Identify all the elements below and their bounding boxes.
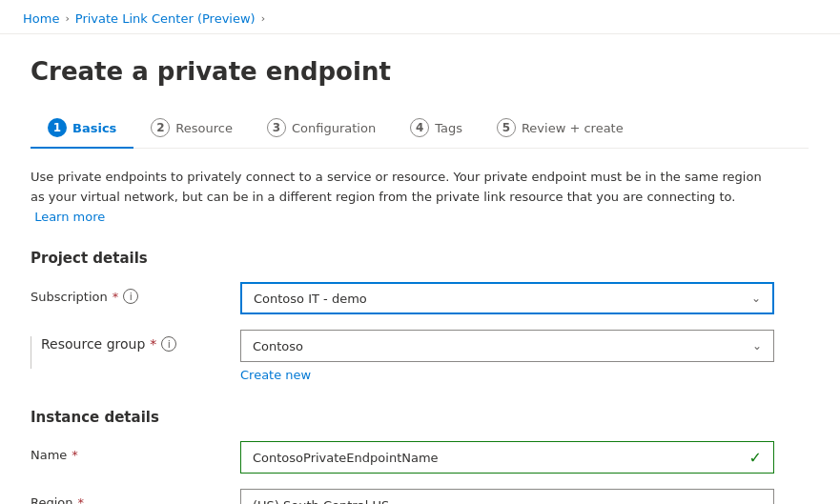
subscription-chevron-icon: ⌄ — [751, 292, 761, 305]
tab-basics-label: Basics — [72, 121, 116, 135]
name-label: Name — [31, 448, 67, 462]
region-field-col: (US) South Central US ⌄ — [240, 489, 774, 504]
region-dropdown[interactable]: (US) South Central US ⌄ — [240, 489, 774, 504]
tab-tags[interactable]: 4 Tags — [393, 109, 480, 149]
breadcrumb-home[interactable]: Home — [23, 11, 59, 26]
resource-group-field-col: Contoso ⌄ Create new — [240, 330, 774, 382]
breadcrumb: Home › Private Link Center (Preview) › — [0, 0, 840, 34]
name-field-col: ContosoPrivateEndpointName ✓ — [240, 441, 774, 474]
subscription-info-icon[interactable]: i — [123, 289, 138, 304]
learn-more-link[interactable]: Learn more — [34, 210, 105, 224]
tab-resource-label: Resource — [175, 121, 233, 135]
project-details-section: Project details Subscription * i Contoso… — [31, 250, 809, 382]
name-input[interactable]: ContosoPrivateEndpointName ✓ — [240, 441, 774, 474]
project-details-title: Project details — [31, 250, 809, 267]
instance-details-section: Instance details Name * ContosoPrivateEn… — [31, 409, 809, 504]
breadcrumb-private-link-center[interactable]: Private Link Center (Preview) — [75, 11, 256, 26]
name-row: Name * ContosoPrivateEndpointName ✓ — [31, 441, 809, 474]
subscription-required: * — [113, 290, 119, 304]
tab-configuration[interactable]: 3 Configuration — [250, 109, 393, 149]
subscription-label-col: Subscription * i — [31, 282, 240, 304]
tab-resource-number: 2 — [151, 118, 170, 137]
tab-review-number: 5 — [497, 118, 516, 137]
region-label: Region — [31, 495, 73, 504]
resource-group-label: Resource group — [41, 336, 145, 352]
instance-details-title: Instance details — [31, 409, 809, 426]
create-new-link[interactable]: Create new — [240, 368, 311, 382]
resource-group-value: Contoso — [253, 339, 303, 353]
tab-review-create[interactable]: 5 Review + create — [480, 109, 641, 149]
region-required: * — [78, 495, 85, 504]
tab-configuration-label: Configuration — [292, 121, 376, 135]
resource-group-info-icon[interactable]: i — [161, 336, 176, 352]
name-valid-icon: ✓ — [749, 449, 762, 467]
tab-review-label: Review + create — [522, 121, 624, 135]
tab-tags-label: Tags — [435, 121, 462, 135]
resource-group-dropdown[interactable]: Contoso ⌄ — [240, 330, 774, 362]
subscription-value: Contoso IT - demo — [254, 292, 367, 306]
subscription-field-col: Contoso IT - demo ⌄ — [240, 282, 774, 314]
tab-configuration-number: 3 — [267, 118, 286, 137]
resource-group-required: * — [150, 336, 156, 352]
resource-group-area: Resource group * i Contoso ⌄ Create new — [31, 330, 809, 382]
subscription-row: Subscription * i Contoso IT - demo ⌄ — [31, 282, 809, 314]
region-value: (US) South Central US — [253, 498, 389, 504]
tab-tags-number: 4 — [410, 118, 429, 137]
tab-basics[interactable]: 1 Basics — [31, 109, 133, 149]
tab-bar: 1 Basics 2 Resource 3 Configuration 4 Ta… — [31, 109, 809, 149]
page-title: Create a private endpoint — [31, 57, 809, 86]
name-label-col: Name * — [31, 441, 240, 462]
tab-basics-number: 1 — [48, 118, 67, 137]
breadcrumb-separator-1: › — [65, 12, 69, 25]
subscription-label: Subscription — [31, 290, 108, 304]
name-required: * — [72, 448, 78, 462]
breadcrumb-separator-2: › — [261, 12, 265, 25]
name-value: ContosoPrivateEndpointName — [253, 451, 439, 465]
region-label-col: Region * — [31, 489, 240, 504]
description-text: Use private endpoints to privately conne… — [31, 168, 774, 227]
subscription-dropdown[interactable]: Contoso IT - demo ⌄ — [240, 282, 774, 314]
region-row: Region * (US) South Central US ⌄ — [31, 489, 809, 504]
tab-resource[interactable]: 2 Resource — [133, 109, 250, 149]
region-chevron-icon: ⌄ — [752, 498, 762, 504]
resource-group-chevron-icon: ⌄ — [752, 339, 762, 353]
